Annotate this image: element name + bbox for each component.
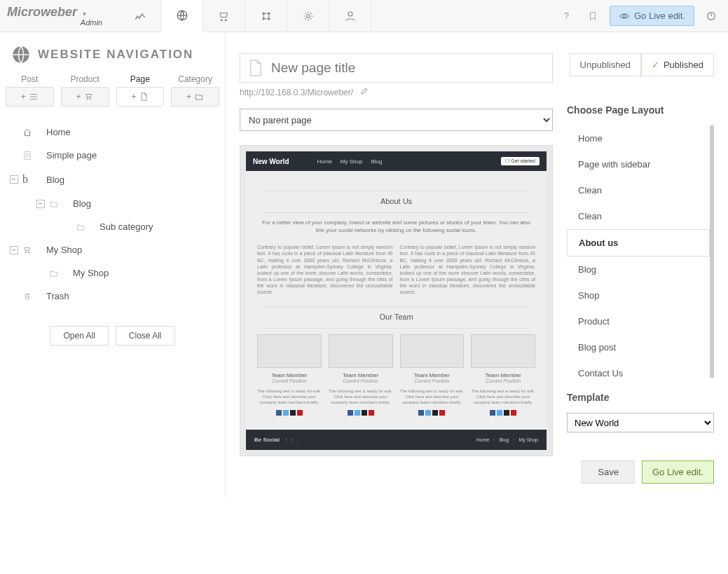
tree-home[interactable]: Home [0, 121, 225, 144]
add-tab-product[interactable]: Product + [61, 74, 109, 107]
folder-icon [76, 222, 87, 232]
eye-icon [619, 12, 630, 20]
open-all-button[interactable]: Open All [50, 326, 108, 346]
tree-blog-child[interactable]: − Blog [0, 192, 225, 215]
globe-icon [11, 45, 31, 64]
layout-preview: New World Home My Shop Blog ☐ Get starte… [240, 145, 553, 456]
page-tree: Home Simple page − b Blog − Blog Sub cat… [0, 114, 225, 319]
svg-point-4 [268, 18, 270, 20]
svg-point-11 [86, 98, 88, 100]
edit-url-icon[interactable] [360, 87, 369, 97]
choose-layout-heading: Choose Page Layout [567, 104, 714, 116]
layout: WEBSITE NAVIGATION Post + Product + Page… [0, 32, 728, 498]
parent-page-select[interactable]: No parent page [240, 109, 553, 131]
cart-icon [84, 92, 94, 102]
page-icon [139, 92, 149, 102]
plus-icon: + [131, 92, 136, 102]
tree-my-shop[interactable]: − My Shop [0, 238, 225, 261]
nav-shop[interactable] [203, 0, 245, 32]
sidebar-header: WEBSITE NAVIGATION [0, 32, 225, 74]
layout-option[interactable]: About us [567, 229, 710, 257]
topbar: Microweber ▾ Admin ? [0, 0, 728, 32]
folder-icon [194, 92, 204, 102]
nav-website[interactable] [161, 0, 203, 32]
page-url: http://192.168.0.3/Microweber/ [240, 88, 353, 97]
collapse-icon[interactable]: − [10, 246, 18, 254]
published-button[interactable]: ✓ Published [641, 53, 714, 76]
layout-option[interactable]: Home [567, 125, 710, 151]
bookmark-icon[interactable] [583, 6, 603, 26]
tree-my-shop-child[interactable]: My Shop [0, 261, 225, 285]
tree-actions: Open All Close All [0, 319, 225, 353]
nav-dashboard[interactable] [119, 0, 161, 32]
save-button[interactable]: Save [582, 460, 635, 484]
add-tab-post[interactable]: Post + [6, 74, 54, 107]
svg-point-12 [90, 98, 91, 100]
add-tab-category[interactable]: Category + [171, 74, 219, 107]
svg-text:?: ? [564, 11, 569, 21]
svg-point-3 [262, 18, 264, 20]
home-icon [22, 128, 34, 137]
add-tab-page[interactable]: Page + [116, 74, 165, 107]
power-icon[interactable] [701, 6, 721, 26]
plus-icon: + [76, 92, 81, 102]
brand-sub: Admin [7, 18, 109, 27]
close-all-button[interactable]: Close All [116, 326, 175, 346]
layout-option[interactable]: Shop [567, 282, 710, 308]
topbar-right: ? Go Live edit. [556, 0, 728, 32]
check-icon: ✓ [652, 60, 659, 70]
layout-option[interactable]: Page with sidebar [567, 151, 710, 177]
go-live-label: Go Live edit. [634, 11, 685, 21]
cart-icon [22, 245, 34, 255]
page-icon [22, 151, 34, 160]
publish-toggle: Unpublished ✓ Published [567, 53, 714, 76]
go-live-edit-top[interactable]: Go Live edit. [610, 6, 694, 26]
layout-option[interactable]: Blog [567, 257, 710, 282]
plus-icon: + [21, 92, 26, 102]
layout-option[interactable]: Clean [567, 203, 710, 229]
layout-option[interactable]: Product [567, 308, 710, 334]
sidebar-title: WEBSITE NAVIGATION [38, 48, 193, 62]
plus-icon: + [186, 92, 191, 102]
tree-sub-category[interactable]: Sub category [0, 215, 225, 238]
page-title-input[interactable] [271, 60, 545, 76]
preview-team: Team MemberCurrent PositionThe following… [257, 334, 535, 415]
url-row: http://192.168.0.3/Microweber/ [240, 87, 553, 97]
tree-simple-page[interactable]: Simple page [0, 144, 225, 167]
svg-point-1 [262, 12, 264, 14]
folder-icon [49, 199, 60, 209]
page-title-row [240, 53, 553, 83]
help-icon[interactable]: ? [556, 6, 576, 26]
layout-list[interactable]: HomePage with sidebarCleanCleanAbout usB… [567, 125, 714, 378]
layout-option[interactable]: Clean [567, 177, 710, 203]
top-nav [119, 0, 371, 32]
collapse-icon[interactable]: − [36, 200, 45, 208]
trash-icon [22, 292, 34, 301]
action-row: Save Go Live edit. [567, 460, 714, 484]
layout-option[interactable]: Contact Us [567, 360, 710, 378]
page-icon [247, 59, 263, 77]
svg-point-6 [348, 12, 352, 16]
sidebar: WEBSITE NAVIGATION Post + Product + Page… [0, 32, 226, 498]
nav-settings[interactable] [287, 0, 329, 32]
preview-header: New World Home My Shop Blog ☐ Get starte… [246, 151, 547, 171]
brand-name: Microweber [7, 5, 77, 19]
main-right: Unpublished ✓ Published Choose Page Layo… [567, 53, 714, 484]
svg-point-14 [25, 252, 27, 253]
layout-option[interactable]: Blog post [567, 334, 710, 360]
list-icon [29, 92, 39, 102]
unpublished-button[interactable]: Unpublished [570, 53, 641, 76]
go-live-edit-button[interactable]: Go Live edit. [642, 460, 714, 484]
collapse-icon[interactable]: − [10, 175, 18, 184]
template-heading: Template [567, 392, 714, 403]
brand[interactable]: Microweber ▾ Admin [0, 0, 119, 32]
nav-users[interactable] [329, 0, 371, 32]
nav-modules[interactable] [245, 0, 287, 32]
main-left: http://192.168.0.3/Microweber/ No parent… [240, 53, 714, 484]
preview-footer: Be Social ft◦ Home· Blog· My Shop [246, 430, 547, 450]
folder-icon [49, 268, 60, 278]
svg-point-15 [28, 252, 29, 253]
tree-blog[interactable]: − b Blog [0, 167, 225, 192]
tree-trash[interactable]: Trash [0, 285, 225, 308]
template-select[interactable]: New World [567, 413, 714, 432]
